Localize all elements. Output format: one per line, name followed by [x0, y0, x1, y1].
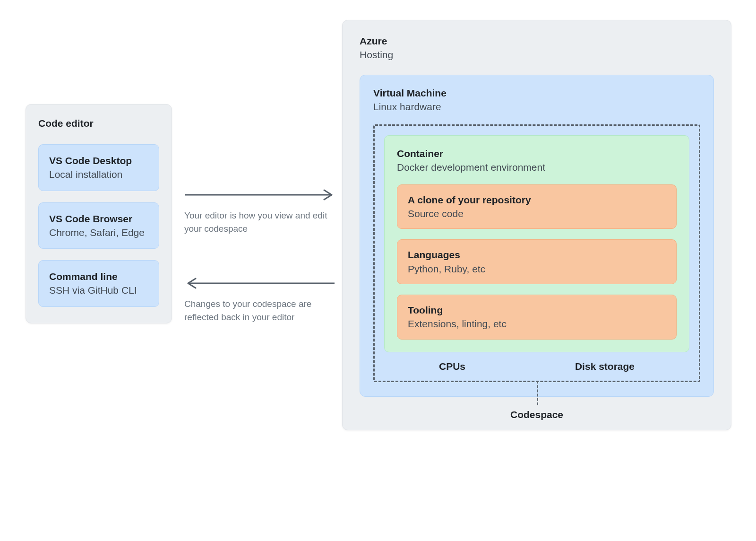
code-editor-title: Code editor	[38, 118, 159, 129]
container-item-title: A clone of your repository	[408, 193, 666, 206]
container-item-title: Tooling	[408, 304, 666, 316]
container-item-subtitle: Python, Ruby, etc	[408, 262, 666, 275]
codespace-connector-line	[537, 381, 538, 405]
arrow-right-block: Your editor is how you view and edit you…	[184, 189, 335, 235]
container-title: Container	[397, 147, 677, 160]
azure-title: Azure	[360, 35, 714, 47]
vm-subtitle: Linux hardware	[373, 100, 700, 113]
resource-disk: Disk storage	[575, 361, 635, 372]
editor-card-title: VS Code Desktop	[49, 154, 148, 167]
azure-subtitle: Hosting	[360, 48, 714, 61]
arrow-right-caption: Your editor is how you view and edit you…	[184, 209, 335, 235]
container-item-repo: A clone of your repository Source code	[397, 184, 677, 229]
codespace-dashed-box: Container Docker development environment…	[373, 124, 700, 382]
container-item-tooling: Tooling Extensions, linting, etc	[397, 295, 677, 340]
azure-panel: Azure Hosting Virtual Machine Linux hard…	[342, 20, 731, 430]
container-subtitle: Docker development environment	[397, 161, 677, 174]
editor-card-subtitle: SSH via GitHub CLI	[49, 284, 148, 297]
arrows-column: Your editor is how you view and edit you…	[184, 189, 335, 366]
code-editor-panel: Code editor VS Code Desktop Local instal…	[26, 104, 172, 323]
arrow-left-icon	[184, 278, 335, 289]
container-box: Container Docker development environment…	[384, 135, 689, 352]
editor-card-vscode-browser: VS Code Browser Chrome, Safari, Edge	[38, 202, 159, 249]
vm-title: Virtual Machine	[373, 87, 700, 99]
arrow-left-caption: Changes to your codespace are reflected …	[184, 297, 335, 323]
codespace-label: Codespace	[510, 409, 563, 420]
editor-card-vscode-desktop: VS Code Desktop Local installation	[38, 144, 159, 191]
editor-card-subtitle: Chrome, Safari, Edge	[49, 226, 148, 239]
container-item-languages: Languages Python, Ruby, etc	[397, 239, 677, 284]
arrow-left-block: Changes to your codespace are reflected …	[184, 278, 335, 323]
resource-row: CPUs Disk storage	[384, 361, 689, 372]
editor-card-subtitle: Local installation	[49, 168, 148, 181]
container-item-title: Languages	[408, 248, 666, 261]
virtual-machine-box: Virtual Machine Linux hardware Container…	[360, 75, 714, 397]
container-item-subtitle: Extensions, linting, etc	[408, 317, 666, 330]
resource-cpus: CPUs	[439, 361, 465, 372]
container-item-subtitle: Source code	[408, 207, 666, 220]
editor-card-title: Command line	[49, 270, 148, 283]
arrow-right-icon	[184, 189, 335, 201]
editor-card-command-line: Command line SSH via GitHub CLI	[38, 260, 159, 307]
editor-card-title: VS Code Browser	[49, 212, 148, 225]
